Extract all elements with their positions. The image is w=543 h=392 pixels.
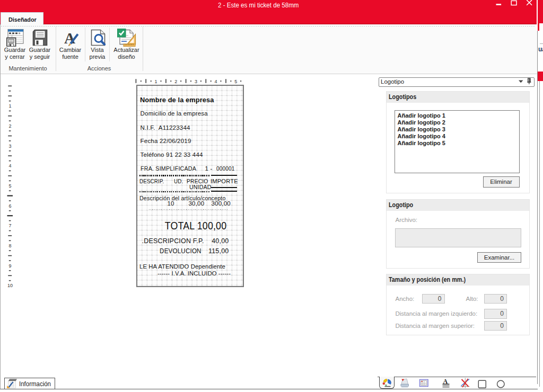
svg-text:10: 10 bbox=[7, 283, 13, 288]
svg-text:7: 7 bbox=[8, 223, 11, 228]
svg-text:3: 3 bbox=[195, 79, 197, 84]
svg-text:1: 1 bbox=[155, 79, 157, 84]
svg-text:5: 5 bbox=[234, 79, 237, 84]
svg-text:4: 4 bbox=[215, 79, 217, 84]
svg-text:6: 6 bbox=[8, 203, 11, 209]
svg-text:A: A bbox=[443, 378, 448, 385]
svg-text:1: 1 bbox=[8, 103, 11, 109]
svg-text:2: 2 bbox=[8, 123, 11, 129]
svg-text:2: 2 bbox=[174, 79, 177, 84]
svg-text:3: 3 bbox=[8, 144, 11, 149]
svg-text:9: 9 bbox=[8, 263, 11, 269]
svg-text:4: 4 bbox=[8, 163, 11, 168]
svg-text:5: 5 bbox=[8, 183, 11, 189]
svg-text:8: 8 bbox=[8, 243, 11, 248]
